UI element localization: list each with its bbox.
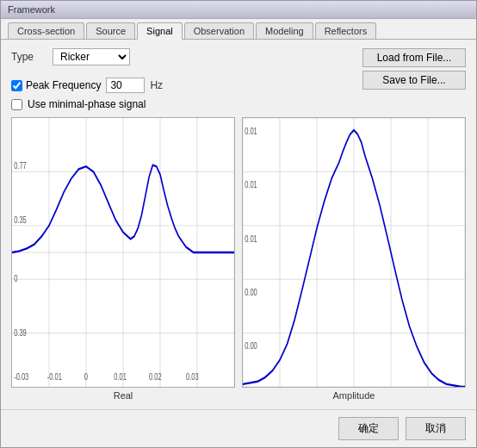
minimal-phase-checkbox[interactable] (11, 99, 22, 110)
svg-text:0.01: 0.01 (245, 180, 257, 190)
peak-freq-checkbox[interactable] (11, 80, 22, 91)
svg-text:0.39: 0.39 (14, 327, 27, 338)
svg-text:0.01: 0.01 (114, 372, 127, 383)
real-chart: 0.77 0.35 0 0.39 -0.03 -0.01 0 0.01 0.02… (12, 118, 234, 387)
real-graph-box: 0.77 0.35 0 0.39 -0.03 -0.01 0 0.01 0.02… (11, 117, 235, 388)
bottom-bar: 确定 取消 (1, 409, 476, 447)
cancel-button[interactable]: 取消 (406, 417, 466, 440)
amplitude-chart: 0.01 0.01 0.01 0.00 0.00 0 24.78 49.56 7… (243, 118, 465, 387)
svg-text:0.02: 0.02 (149, 372, 162, 383)
svg-text:0.03: 0.03 (186, 372, 199, 383)
tab-bar: Cross-section Source Signal Observation … (1, 19, 476, 40)
peak-freq-label: Peak Frequency (26, 79, 101, 91)
left-controls: Type Ricker Gaussian Klauder Peak Freque… (11, 48, 163, 93)
minimal-phase-row: Use minimal-phase signal (11, 98, 466, 110)
svg-text:0.00: 0.00 (245, 288, 257, 298)
svg-text:0.01: 0.01 (245, 233, 257, 244)
svg-text:0: 0 (14, 274, 17, 284)
graphs-row: 0.77 0.35 0 0.39 -0.03 -0.01 0 0.01 0.02… (11, 117, 466, 401)
minimal-phase-label: Use minimal-phase signal (28, 98, 146, 110)
svg-text:0.77: 0.77 (14, 161, 27, 171)
real-label: Real (114, 390, 133, 401)
hz-label: Hz (150, 79, 163, 91)
amplitude-graph-box: 0.01 0.01 0.01 0.00 0.00 0 24.78 49.56 7… (242, 117, 466, 388)
top-controls: Type Ricker Gaussian Klauder Peak Freque… (11, 48, 466, 93)
type-row: Type Ricker Gaussian Klauder (11, 48, 163, 65)
type-label: Type (11, 51, 46, 63)
save-to-file-button[interactable]: Save to File... (362, 71, 466, 90)
main-window: Framework Cross-section Source Signal Ob… (0, 0, 477, 448)
svg-text:0.01: 0.01 (245, 126, 257, 136)
confirm-button[interactable]: 确定 (338, 417, 399, 440)
amplitude-label: Amplitude (333, 390, 375, 401)
tab-signal[interactable]: Signal (137, 22, 183, 40)
title-bar: Framework (1, 1, 476, 19)
peak-freq-input[interactable] (106, 78, 145, 93)
signal-content: Type Ricker Gaussian Klauder Peak Freque… (1, 40, 476, 409)
svg-text:-0.01: -0.01 (47, 372, 62, 383)
peak-freq-row: Peak Frequency Hz (11, 78, 163, 93)
svg-text:0.35: 0.35 (14, 215, 27, 225)
tab-cross-section[interactable]: Cross-section (8, 22, 84, 39)
peak-freq-checkbox-label: Peak Frequency (11, 79, 101, 91)
svg-text:0.00: 0.00 (245, 341, 257, 352)
load-from-file-button[interactable]: Load from File... (362, 48, 466, 67)
tab-source[interactable]: Source (86, 22, 135, 39)
svg-text:-0.03: -0.03 (14, 372, 28, 383)
tab-reflectors[interactable]: Reflectors (315, 22, 377, 39)
real-graph-container: 0.77 0.35 0 0.39 -0.03 -0.01 0 0.01 0.02… (11, 117, 235, 401)
svg-text:0: 0 (84, 372, 88, 383)
amplitude-graph-container: 0.01 0.01 0.01 0.00 0.00 0 24.78 49.56 7… (242, 117, 466, 401)
tab-observation[interactable]: Observation (184, 22, 254, 39)
type-select[interactable]: Ricker Gaussian Klauder (53, 48, 130, 65)
right-buttons: Load from File... Save to File... (362, 48, 466, 90)
window-title: Framework (8, 4, 55, 15)
tab-modeling[interactable]: Modeling (256, 22, 313, 39)
